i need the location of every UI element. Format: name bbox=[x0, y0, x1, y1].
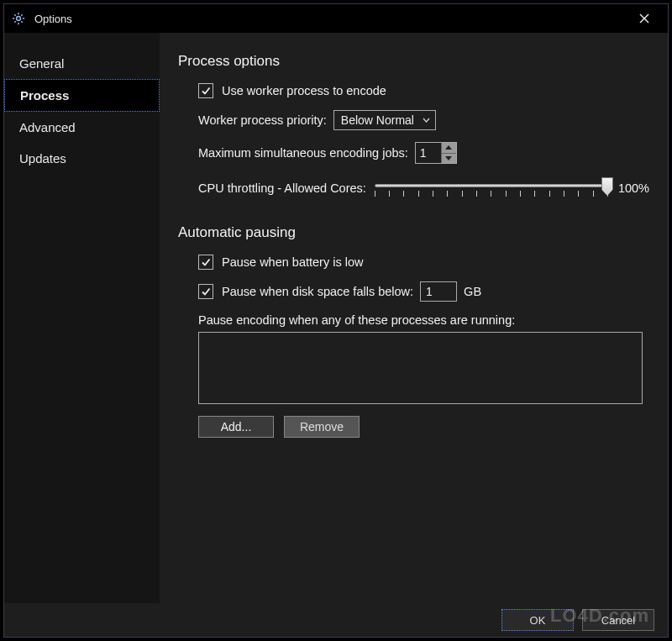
maxjobs-down[interactable] bbox=[441, 153, 456, 164]
check-icon bbox=[201, 86, 211, 96]
priority-combobox[interactable]: Below Normal bbox=[333, 110, 436, 130]
triangle-down-icon bbox=[445, 156, 452, 160]
ok-button[interactable]: OK bbox=[501, 609, 574, 631]
use-worker-checkbox[interactable] bbox=[198, 83, 213, 98]
slider-track bbox=[375, 184, 608, 187]
close-icon bbox=[639, 13, 649, 24]
pause-disk-label: Pause when disk space falls below: bbox=[222, 285, 413, 298]
close-button[interactable] bbox=[627, 6, 661, 31]
cpu-percent: 100% bbox=[618, 181, 649, 195]
sidebar-item-general[interactable]: General bbox=[4, 48, 160, 79]
process-heading: Process options bbox=[178, 53, 649, 70]
triangle-up-icon bbox=[445, 145, 452, 150]
maxjobs-input[interactable] bbox=[416, 143, 441, 163]
pause-battery-checkbox[interactable] bbox=[198, 255, 213, 270]
cancel-button[interactable]: Cancel bbox=[582, 609, 654, 631]
check-icon bbox=[201, 286, 211, 297]
check-icon bbox=[201, 257, 211, 267]
priority-label: Worker process priority: bbox=[198, 113, 327, 127]
priority-value: Below Normal bbox=[341, 113, 414, 127]
titlebar: Options bbox=[4, 4, 668, 33]
svg-point-0 bbox=[17, 17, 21, 21]
dialog-footer: OK Cancel bbox=[4, 603, 668, 637]
maxjobs-spinner[interactable] bbox=[415, 142, 457, 164]
disk-unit: GB bbox=[464, 285, 481, 298]
use-worker-label: Use worker process to encode bbox=[222, 84, 386, 97]
options-window: Options General Process Advanced Updates… bbox=[3, 3, 669, 638]
sidebar: General Process Advanced Updates bbox=[4, 33, 160, 603]
disk-threshold-input[interactable] bbox=[420, 281, 457, 302]
cpu-slider[interactable] bbox=[375, 176, 608, 201]
content-pane: Process options Use worker process to en… bbox=[160, 33, 668, 603]
remove-button[interactable]: Remove bbox=[284, 416, 360, 438]
sidebar-item-advanced[interactable]: Advanced bbox=[4, 112, 160, 143]
gear-icon bbox=[11, 11, 26, 26]
pause-disk-checkbox[interactable] bbox=[198, 284, 213, 299]
pause-battery-label: Pause when battery is low bbox=[222, 255, 363, 269]
pause-processes-listbox[interactable] bbox=[198, 332, 643, 404]
pause-processes-label: Pause encoding when any of these process… bbox=[198, 313, 649, 327]
window-title: Options bbox=[34, 13, 627, 25]
slider-ticks bbox=[375, 191, 608, 197]
chevron-down-icon bbox=[423, 118, 430, 123]
pausing-heading: Automatic pausing bbox=[178, 224, 649, 241]
sidebar-item-updates[interactable]: Updates bbox=[4, 143, 160, 174]
sidebar-item-process[interactable]: Process bbox=[4, 79, 160, 112]
cpu-label: CPU throttling - Allowed Cores: bbox=[198, 181, 366, 195]
maxjobs-up[interactable] bbox=[441, 143, 456, 153]
add-button[interactable]: Add... bbox=[198, 416, 274, 438]
maxjobs-label: Maximum simultaneous encoding jobs: bbox=[198, 146, 408, 160]
